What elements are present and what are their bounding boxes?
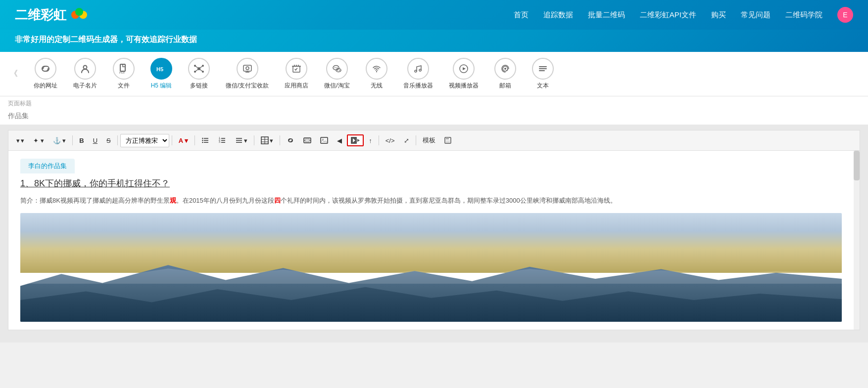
code-button[interactable]: </> <box>382 134 399 147</box>
separator-5 <box>254 135 254 145</box>
type-item-url[interactable]: 你的网址 <box>26 55 65 93</box>
editor-content[interactable]: 李白的作品集 1、8K下的挪威，你的手机扛得住不？ 简介：挪威8K视频再现了挪威… <box>8 150 860 330</box>
align-button[interactable]: ▾ <box>231 134 251 147</box>
svg-rect-69 <box>446 140 450 143</box>
up-button[interactable]: ↑ <box>365 134 376 147</box>
subtitle-text: 非常好用的定制二维码生成器，可有效追踪行业数据 <box>15 35 197 43</box>
summary-rest: 个礼拜的时间内，该视频从罗弗敦开始拍摄，直到塞尼亚岛群岛，期间整车录过3000公… <box>281 197 617 204</box>
type-toolbar: 《 你的网址 电子名片 PDF 文件 H5 H5 编辑 多链接 微信/支付 <box>0 52 868 96</box>
logo-text: 二维彩虹 <box>15 6 66 24</box>
separator-8 <box>416 135 416 145</box>
svg-text:PDF: PDF <box>119 71 125 74</box>
nav-home[interactable]: 首页 <box>514 10 529 20</box>
user-avatar[interactable]: E <box>837 7 853 23</box>
type-item-file[interactable]: PDF 文件 <box>105 55 143 93</box>
multi-label: 多链接 <box>190 82 208 90</box>
separator-7 <box>379 135 379 145</box>
type-item-wepay[interactable]: 微信/支付宝收款 <box>218 55 277 93</box>
template-button[interactable]: 模板 <box>419 133 439 147</box>
format-arrow: ▾ <box>21 137 24 144</box>
nav-api[interactable]: 二维彩虹API文件 <box>640 10 696 20</box>
separator-3 <box>172 135 172 145</box>
type-item-wechat[interactable]: 微信/淘宝 <box>316 55 357 93</box>
type-item-vcard[interactable]: 电子名片 <box>65 55 105 93</box>
inline-image-button[interactable] <box>299 134 315 147</box>
link-button[interactable] <box>283 134 298 147</box>
type-item-wifi[interactable]: 无线 <box>358 55 395 93</box>
list-ol-button[interactable]: 1.2.3. <box>214 134 230 147</box>
separator-6 <box>280 135 280 145</box>
format-button[interactable]: ▾ ▾ <box>12 134 28 147</box>
svg-rect-61 <box>305 139 309 142</box>
article-summary: 简介：挪威8K视频再现了挪威的超高分辨率的野生景观。在2015年的八月份到九月份… <box>20 195 842 206</box>
video-button[interactable] <box>347 134 364 146</box>
text-label: 文本 <box>537 82 549 90</box>
svg-line-15 <box>199 69 203 72</box>
svg-point-43 <box>202 140 203 141</box>
summary-text: 。在2015年的八月份到九月份这段 <box>176 197 274 204</box>
nav-academy[interactable]: 二维码学院 <box>785 10 822 20</box>
nav-faq[interactable]: 常见问题 <box>741 10 771 20</box>
table-button[interactable]: ▾ <box>257 134 277 147</box>
type-item-music[interactable]: 音乐播放器 <box>395 55 441 93</box>
subtitle-bar: 非常好用的定制二维码生成器，可有效追踪行业数据 <box>0 30 868 52</box>
music-label: 音乐播放器 <box>403 82 433 90</box>
font-selector[interactable]: 方正博雅宋 宋体 黑体 <box>120 134 169 147</box>
type-item-appstore[interactable]: 应用商店 <box>277 55 316 93</box>
nav-buy[interactable]: 购买 <box>711 10 726 20</box>
svg-text:3.: 3. <box>219 140 221 143</box>
separator-1 <box>72 135 73 145</box>
music-icon <box>407 58 429 80</box>
strikethrough-button[interactable]: S <box>102 134 115 147</box>
nav-batch[interactable]: 批量二维码 <box>588 10 625 20</box>
magic-button[interactable]: ✦ ▾ <box>29 134 48 147</box>
audio-button[interactable]: ◀ <box>333 134 346 147</box>
summary-highlight: 观 <box>170 197 176 204</box>
type-item-video[interactable]: 视频播放器 <box>441 55 486 93</box>
type-item-h5[interactable]: H5 H5 编辑 <box>143 55 180 93</box>
logo-area: 二维彩虹 <box>15 6 88 24</box>
page-title-label: 页面标题 <box>8 99 860 108</box>
svg-point-22 <box>298 65 299 66</box>
svg-rect-16 <box>243 65 251 71</box>
svg-point-28 <box>339 70 340 71</box>
editor-tab: 李白的作品集 <box>20 159 75 173</box>
nav-track[interactable]: 追踪数据 <box>543 10 573 20</box>
file-icon: PDF <box>113 58 135 80</box>
underline-button[interactable]: U <box>89 134 101 147</box>
nav-links: 首页 追踪数据 批量二维码 二维彩虹API文件 购买 常见问题 二维码学院 E <box>514 7 853 23</box>
image-button[interactable] <box>316 134 332 147</box>
anchor-button[interactable]: ⚓ ▾ <box>49 134 70 147</box>
svg-point-21 <box>296 65 297 66</box>
editor-container: ▾ ▾ ✦ ▾ ⚓ ▾ B U S 方正博雅宋 宋体 黑体 A ▾ 1.2.3.… <box>0 125 868 343</box>
svg-line-13 <box>199 66 203 69</box>
list-ul-button[interactable] <box>197 134 213 147</box>
svg-point-17 <box>246 67 249 70</box>
svg-point-31 <box>419 69 421 71</box>
type-item-text[interactable]: 文本 <box>524 55 562 93</box>
font-color-button[interactable]: A ▾ <box>175 134 193 147</box>
save-button[interactable] <box>440 134 455 146</box>
svg-point-27 <box>337 70 338 71</box>
fullscreen-button[interactable]: ⤢ <box>400 134 413 147</box>
editor-scrollbar[interactable] <box>854 151 860 330</box>
svg-point-3 <box>84 66 87 69</box>
url-icon <box>35 58 56 80</box>
svg-text:H5: H5 <box>156 66 163 72</box>
sky-layer <box>20 213 842 273</box>
summary-prefix: 简介：挪威8K视频再现了挪威的超高分辨率的野生景 <box>20 197 170 204</box>
page-title-input[interactable] <box>8 110 860 122</box>
svg-point-29 <box>376 71 377 72</box>
type-item-email[interactable]: 邮箱 <box>486 55 524 93</box>
separator-2 <box>117 135 118 145</box>
bold-button[interactable]: B <box>75 134 88 147</box>
type-item-multi[interactable]: 多链接 <box>180 55 218 93</box>
vcard-label: 电子名片 <box>73 82 97 90</box>
appstore-label: 应用商店 <box>285 82 308 90</box>
vcard-icon <box>74 58 96 80</box>
svg-point-44 <box>202 142 203 143</box>
text-icon <box>532 58 554 80</box>
svg-marker-33 <box>463 67 466 70</box>
separator-4 <box>194 135 195 145</box>
collapse-button[interactable]: 《 <box>8 67 20 81</box>
